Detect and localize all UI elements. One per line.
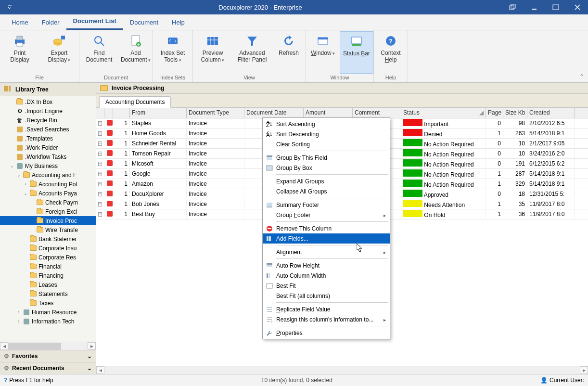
window-close-button[interactable] xyxy=(566,0,588,14)
tree-node[interactable]: ⌄Accounting and F xyxy=(0,170,96,180)
tree-node[interactable]: Invoice Proc xyxy=(0,216,96,225)
column-header[interactable]: Comment xyxy=(353,108,401,118)
help-icon: ? xyxy=(4,377,7,384)
gear-icon: ⚙ xyxy=(4,365,9,372)
ribbon-export-display-button[interactable]: Export Display xyxy=(39,31,79,74)
tab-home[interactable]: Home xyxy=(5,16,35,30)
tree-node[interactable]: Statements xyxy=(0,289,96,298)
tree-node[interactable]: Taxes xyxy=(0,298,96,308)
ribbon-print-display-button[interactable]: Print Display xyxy=(0,31,39,74)
column-header[interactable]: Size Kb xyxy=(503,108,527,118)
tree-node[interactable]: .Workflow Tasks xyxy=(0,152,96,161)
ribbon-advanced-filter-panel-button[interactable]: Advanced Filter Panel xyxy=(232,31,272,74)
menu-collapse-all-groups[interactable]: Collapse All Groups xyxy=(263,186,390,196)
column-header[interactable] xyxy=(113,108,121,118)
ribbon-find-document-button[interactable]: Find Document xyxy=(79,31,119,74)
tree-hscrollbar[interactable]: ◂▸ xyxy=(0,342,96,350)
grid-header[interactable]: FromDocument TypeDocument DateAmountComm… xyxy=(96,108,588,118)
reas-icon xyxy=(265,317,274,322)
tree-node[interactable]: Wire Transfe xyxy=(0,225,96,234)
column-header[interactable] xyxy=(96,108,104,118)
ribbon-preview-column-button[interactable]: Preview Column xyxy=(193,31,232,74)
ribbon-collapse-button[interactable]: ⌃ xyxy=(579,73,584,80)
folder-icon xyxy=(29,245,37,252)
menu-group-footer[interactable]: Group Footer xyxy=(263,210,390,220)
column-header[interactable]: From xyxy=(130,108,187,118)
column-header[interactable] xyxy=(104,108,113,118)
tree-node[interactable]: Check Paym xyxy=(0,198,96,207)
tree-node[interactable]: Financial xyxy=(0,262,96,271)
tree-node[interactable]: Corporate Res xyxy=(0,253,96,262)
tab-folder[interactable]: Folder xyxy=(35,16,66,30)
favorites-panel[interactable]: ⚙Favorites ⌄ xyxy=(0,350,96,362)
menu-auto-column-width[interactable]: Auto Column Width xyxy=(263,270,390,281)
tree-node[interactable]: ›Accounting Pol xyxy=(0,180,96,189)
ribbon-window-button[interactable]: Window xyxy=(306,31,340,74)
svg-rect-53 xyxy=(267,206,272,207)
svg-rect-55 xyxy=(268,228,271,229)
menu-auto-row-height[interactable]: Auto Row Height xyxy=(263,260,390,270)
column-header[interactable]: Page xyxy=(486,108,503,118)
tab-accounting-documents[interactable]: Accounting Documents xyxy=(99,96,171,108)
svg-rect-1 xyxy=(511,4,515,8)
tree-node[interactable]: .Templates xyxy=(0,134,96,143)
column-context-menu[interactable]: AZSort AscendingZASort DescendingClear S… xyxy=(262,117,390,339)
colw-icon xyxy=(265,273,274,279)
column-header[interactable]: Document Date xyxy=(244,108,304,118)
tree-node[interactable]: Leases xyxy=(0,280,96,289)
menu-group-by-box[interactable]: Group By Box xyxy=(263,163,390,173)
column-header[interactable]: Status◢ xyxy=(401,108,486,118)
column-header[interactable]: Created xyxy=(527,108,575,118)
tree-node[interactable]: Bank Statemer xyxy=(0,234,96,244)
ribbon-index-set-tools-button[interactable]: Index Set Tools xyxy=(153,31,192,74)
column-header[interactable]: Amount xyxy=(304,108,353,118)
menu-best-fit[interactable]: Best Fit xyxy=(263,281,390,291)
window-restore-button[interactable] xyxy=(501,0,523,14)
folder-icon xyxy=(36,208,44,215)
tree-node[interactable]: Corporate Insu xyxy=(0,244,96,253)
menu-replicate-field-value[interactable]: Replicate Field Value xyxy=(263,304,390,314)
tab-help[interactable]: Help xyxy=(165,16,192,30)
menu-summary-footer[interactable]: Summary Footer xyxy=(263,200,390,210)
tree-node[interactable]: ⌄My Business xyxy=(0,161,96,170)
menu-expand-all-groups[interactable]: Expand All Groups xyxy=(263,176,390,186)
recent-documents-panel[interactable]: ⚙Recent Documents ⌄ xyxy=(0,362,96,374)
tree-node[interactable]: 🗑.Recycle Bin xyxy=(0,116,96,125)
tree-node[interactable]: ›Human Resource xyxy=(0,308,96,317)
grid-hscrollbar[interactable]: ◂▸ xyxy=(96,366,588,374)
menu-sort-descending[interactable]: ZASort Descending xyxy=(263,129,390,139)
tree-node[interactable]: Financing xyxy=(0,271,96,280)
ribbon-add-document-button[interactable]: Add Document xyxy=(119,31,153,74)
tree-node[interactable]: .DX In Box xyxy=(0,97,96,106)
gear-icon: ⚙ xyxy=(16,108,24,115)
ribbon-status-bar-button[interactable]: Status Bar xyxy=(340,31,373,74)
tree-node[interactable]: ›Information Tech xyxy=(0,317,96,326)
menu-reasign-this-column-s-information-to[interactable]: Reasign this column's information to... xyxy=(263,314,390,324)
user-icon: 👤 xyxy=(540,377,548,384)
ribbon-context-help-button[interactable]: ?Context Help xyxy=(374,31,408,74)
tree-node[interactable]: ⌄Accounts Paya xyxy=(0,189,96,198)
quick-access-dropdown[interactable] xyxy=(0,5,19,10)
menu-group-by-this-field[interactable]: Group By This Field xyxy=(263,153,390,163)
menu-remove-this-column[interactable]: Remove This Column xyxy=(263,223,390,233)
menu-best-fit-all-columns[interactable]: Best Fit (all columns) xyxy=(263,291,390,301)
window-minimize-button[interactable] xyxy=(523,0,545,14)
tree-node[interactable]: .Saved Searches xyxy=(0,125,96,134)
tab-document-list[interactable]: Document List xyxy=(66,14,123,30)
menu-sort-ascending[interactable]: AZSort Ascending xyxy=(263,119,390,129)
menu-clear-sorting[interactable]: Clear Sorting xyxy=(263,139,390,149)
tab-document[interactable]: Document xyxy=(123,16,165,30)
tree-node[interactable]: ⚙.Import Engine xyxy=(0,106,96,116)
group-icon xyxy=(265,155,274,161)
window-maximize-button[interactable] xyxy=(545,0,566,14)
column-header[interactable]: Document Type xyxy=(187,108,244,118)
menu-properties[interactable]: Properties xyxy=(263,328,390,338)
menu-add-fields[interactable]: Add Fields... xyxy=(263,233,390,244)
ribbon-refresh-button[interactable]: Refresh xyxy=(272,31,306,74)
menu-alignment[interactable]: Alignment xyxy=(263,247,390,257)
column-header[interactable] xyxy=(121,108,130,118)
svg-rect-50 xyxy=(267,157,272,160)
library-tree[interactable]: .DX In Box⚙.Import Engine🗑.Recycle Bin.S… xyxy=(0,96,96,342)
tree-node[interactable]: .Work Folder xyxy=(0,143,96,152)
tree-node[interactable]: Foreign Excl xyxy=(0,207,96,216)
